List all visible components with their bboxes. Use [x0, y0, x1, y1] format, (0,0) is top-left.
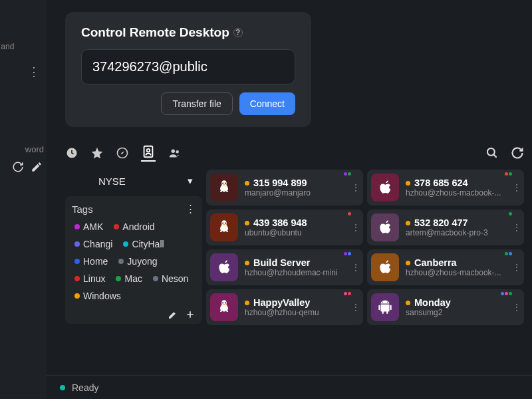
tag-dots — [344, 292, 351, 295]
tags-title: Tags — [72, 203, 93, 215]
card-menu-icon[interactable]: ⋮ — [351, 302, 360, 313]
apple-icon — [210, 253, 238, 281]
device-card[interactable]: 532 820 477artem@macbook-pro-3⋮ — [367, 209, 524, 245]
tag-home[interactable]: Home — [72, 255, 110, 268]
device-card[interactable]: Build Serverhzhou@hzhoudemac-mini⋮ — [206, 249, 363, 285]
remote-id-input[interactable] — [81, 49, 295, 84]
device-card[interactable]: Mondaysansumg2⋮ — [367, 289, 524, 325]
device-sub: hzhou@zhous-macbook-... — [406, 268, 519, 277]
main: Control Remote Desktop ? Transfer file C… — [47, 0, 532, 399]
tag-add-icon[interactable] — [185, 309, 196, 320]
sidebar-menu-icon[interactable]: ⋮ — [4, 59, 43, 84]
chevron-down-icon: ▾ — [188, 175, 193, 187]
status-label: Ready — [72, 382, 98, 393]
tag-dots — [348, 212, 351, 215]
device-sub: hzhou@hzhou-qemu — [245, 308, 358, 317]
device-title: 439 386 948 — [253, 217, 307, 228]
tag-android[interactable]: Android — [111, 220, 157, 233]
status-dot — [245, 261, 249, 265]
device-title: 378 685 624 — [414, 178, 468, 188]
card-menu-icon[interactable]: ⋮ — [512, 262, 521, 273]
sidebar-sub2: ID and — [0, 41, 43, 53]
help-icon[interactable]: ? — [233, 28, 243, 37]
edit-icon[interactable] — [31, 161, 43, 173]
tag-windows[interactable]: Windows — [72, 289, 124, 303]
svg-point-3 — [147, 149, 150, 152]
device-card[interactable]: HappyValleyhzhou@hzhou-qemu⋮ — [206, 289, 363, 325]
svg-point-10 — [225, 223, 226, 224]
linux-icon — [210, 174, 238, 201]
linux-icon — [210, 213, 238, 241]
tag-mac[interactable]: Mac — [113, 272, 144, 285]
tag-linux[interactable]: Linux — [72, 272, 108, 285]
tags-menu-icon[interactable]: ⋮ — [186, 203, 196, 215]
svg-point-9 — [222, 223, 223, 224]
apple-icon — [371, 253, 399, 281]
svg-point-6 — [487, 148, 495, 156]
sidebar-sub1: e — [0, 23, 43, 35]
connect-button[interactable]: Connect — [239, 92, 295, 115]
status-dot — [245, 181, 249, 186]
sidebar-password-label: word — [4, 144, 44, 154]
linux-icon — [210, 293, 238, 321]
status-dot — [406, 221, 410, 225]
device-sub: hzhou@hzhoudemac-mini — [245, 268, 358, 277]
svg-point-7 — [222, 183, 223, 184]
refresh-icon[interactable] — [12, 161, 24, 173]
tag-dots — [501, 292, 512, 295]
device-title: Build Server — [253, 257, 310, 268]
svg-point-8 — [225, 183, 226, 184]
card-menu-icon[interactable]: ⋮ — [512, 182, 521, 193]
device-card[interactable]: Canberrahzhou@zhous-macbook-...⋮ — [367, 249, 524, 285]
refresh-list-icon[interactable] — [511, 146, 524, 160]
tag-juyong[interactable]: Juyong — [116, 255, 160, 268]
device-sub: sansumg2 — [406, 308, 519, 317]
tag-dots — [509, 212, 512, 215]
device-card[interactable]: 439 386 948ubuntu@ubuntu⋮ — [206, 209, 363, 245]
discovered-icon[interactable] — [116, 146, 129, 160]
tag-dots — [505, 252, 512, 255]
search-icon[interactable] — [485, 146, 499, 160]
panel-title-text: Control Remote Desktop — [81, 25, 229, 40]
tag-amk[interactable]: AMK — [72, 220, 106, 233]
tag-dots — [344, 252, 351, 255]
card-menu-icon[interactable]: ⋮ — [351, 182, 360, 193]
address-book-icon[interactable] — [141, 144, 156, 162]
favorites-icon[interactable] — [90, 146, 104, 160]
tag-neson[interactable]: Neson — [150, 272, 191, 285]
android-icon — [371, 293, 399, 321]
device-title: 532 820 477 — [414, 217, 468, 228]
tag-changi[interactable]: Changi — [72, 237, 115, 251]
device-sub: artem@macbook-pro-3 — [406, 228, 519, 237]
status-dot — [406, 261, 410, 265]
card-menu-icon[interactable]: ⋮ — [512, 222, 521, 233]
tag-cityhall[interactable]: CityHall — [120, 237, 166, 251]
device-title: Monday — [414, 297, 451, 308]
transfer-file-button[interactable]: Transfer file — [161, 92, 232, 115]
status-dot — [245, 301, 249, 305]
tag-dots — [344, 172, 351, 176]
address-book-dropdown[interactable]: NYSE ▾ — [65, 170, 202, 192]
status-dot — [60, 385, 65, 390]
device-sub: hzhou@zhous-macbook-... — [406, 188, 519, 198]
card-menu-icon[interactable]: ⋮ — [351, 262, 360, 273]
tabs-row — [65, 144, 532, 162]
dropdown-label: NYSE — [98, 176, 126, 187]
device-title: Canberra — [414, 257, 457, 268]
device-sub: ubuntu@ubuntu — [245, 228, 358, 237]
panel-title: Control Remote Desktop ? — [81, 25, 295, 40]
card-menu-icon[interactable]: ⋮ — [512, 302, 521, 313]
card-menu-icon[interactable]: ⋮ — [351, 222, 360, 233]
svg-point-4 — [172, 150, 176, 154]
device-card[interactable]: 378 685 624hzhou@zhous-macbook-...⋮ — [367, 170, 524, 205]
status-dot — [245, 221, 249, 225]
tag-edit-icon[interactable] — [168, 309, 178, 320]
svg-point-11 — [222, 303, 223, 304]
connect-panel: Control Remote Desktop ? Transfer file C… — [65, 12, 311, 127]
device-sub: manjaro@manjaro — [245, 188, 358, 198]
device-card[interactable]: 315 994 899manjaro@manjaro⋮ — [206, 170, 363, 205]
sidebar-title: p — [0, 5, 43, 21]
tag-dots — [505, 172, 512, 176]
group-icon[interactable] — [168, 146, 182, 160]
recent-icon[interactable] — [65, 146, 78, 160]
